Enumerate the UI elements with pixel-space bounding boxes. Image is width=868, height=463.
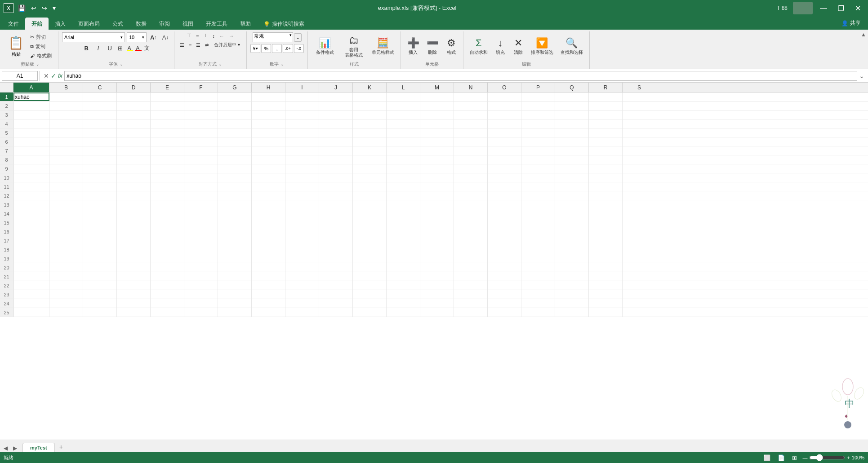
cell-E21[interactable]: [151, 272, 184, 281]
cell-M1[interactable]: [420, 93, 454, 101]
cell-S20[interactable]: [623, 263, 656, 272]
cell-Q4[interactable]: [555, 119, 589, 128]
sheet-scroll-left-button[interactable]: ◀: [2, 444, 9, 452]
cell-K8[interactable]: [353, 155, 387, 164]
cell-G25[interactable]: [218, 308, 252, 317]
fill-color-button[interactable]: A: [125, 44, 133, 52]
cell-K22[interactable]: [353, 281, 387, 290]
cell-I18[interactable]: [285, 245, 319, 254]
cell-J12[interactable]: [319, 191, 353, 200]
user-avatar[interactable]: [793, 2, 813, 14]
row-num-17[interactable]: 17: [0, 236, 13, 245]
cell-A12[interactable]: [13, 191, 49, 200]
cell-E6[interactable]: [151, 137, 184, 146]
cell-D22[interactable]: [117, 281, 151, 290]
cell-L23[interactable]: [387, 290, 420, 299]
cell-J4[interactable]: [319, 119, 353, 128]
cell-A24[interactable]: [13, 299, 49, 308]
cell-G22[interactable]: [218, 281, 252, 290]
cell-K11[interactable]: [353, 182, 387, 191]
cell-B2[interactable]: [49, 101, 83, 110]
cell-H17[interactable]: [252, 236, 285, 245]
cell-C19[interactable]: [83, 254, 117, 263]
underline-button[interactable]: U: [104, 44, 115, 52]
cell-B24[interactable]: [49, 299, 83, 308]
cell-E15[interactable]: [151, 218, 184, 227]
dec-inc-button[interactable]: .0+: [283, 44, 293, 53]
copy-button[interactable]: ⧉ 复制: [27, 42, 54, 51]
cell-O11[interactable]: [488, 182, 521, 191]
cell-L3[interactable]: [387, 110, 420, 119]
col-header-Q[interactable]: Q: [555, 83, 589, 92]
cell-J20[interactable]: [319, 263, 353, 272]
row-num-5[interactable]: 5: [0, 128, 13, 137]
cell-S2[interactable]: [623, 101, 656, 110]
cell-C18[interactable]: [83, 245, 117, 254]
cell-G5[interactable]: [218, 128, 252, 137]
cell-A20[interactable]: [13, 263, 49, 272]
customize-qat-button[interactable]: ▾: [51, 4, 58, 13]
cell-M4[interactable]: [420, 119, 454, 128]
cell-O23[interactable]: [488, 290, 521, 299]
cell-E19[interactable]: [151, 254, 184, 263]
formula-input[interactable]: [64, 71, 857, 81]
cell-R13[interactable]: [589, 200, 623, 209]
cell-G23[interactable]: [218, 290, 252, 299]
cell-J25[interactable]: [319, 308, 353, 317]
cell-C13[interactable]: [83, 200, 117, 209]
cell-K9[interactable]: [353, 164, 387, 173]
cell-H21[interactable]: [252, 272, 285, 281]
cell-H24[interactable]: [252, 299, 285, 308]
col-header-J[interactable]: J: [319, 83, 353, 92]
cell-R14[interactable]: [589, 209, 623, 218]
cell-B13[interactable]: [49, 200, 83, 209]
row-num-9[interactable]: 9: [0, 164, 13, 173]
tab-search[interactable]: 💡 操作说明搜索: [257, 18, 311, 30]
cell-Q18[interactable]: [555, 245, 589, 254]
cell-P20[interactable]: [521, 263, 555, 272]
cell-P15[interactable]: [521, 218, 555, 227]
cell-E7[interactable]: [151, 146, 184, 155]
cell-F25[interactable]: [184, 308, 218, 317]
cell-L2[interactable]: [387, 101, 420, 110]
cell-O20[interactable]: [488, 263, 521, 272]
cell-F14[interactable]: [184, 209, 218, 218]
cell-D11[interactable]: [117, 182, 151, 191]
close-button[interactable]: ✕: [851, 2, 864, 14]
cell-C9[interactable]: [83, 164, 117, 173]
cell-G16[interactable]: [218, 227, 252, 236]
cell-K23[interactable]: [353, 290, 387, 299]
cell-O14[interactable]: [488, 209, 521, 218]
cell-R15[interactable]: [589, 218, 623, 227]
cell-Q8[interactable]: [555, 155, 589, 164]
cell-G9[interactable]: [218, 164, 252, 173]
cell-G4[interactable]: [218, 119, 252, 128]
cell-M7[interactable]: [420, 146, 454, 155]
cell-I4[interactable]: [285, 119, 319, 128]
cell-M23[interactable]: [420, 290, 454, 299]
cell-K3[interactable]: [353, 110, 387, 119]
cell-N5[interactable]: [454, 128, 488, 137]
cell-K14[interactable]: [353, 209, 387, 218]
cell-E20[interactable]: [151, 263, 184, 272]
cell-P25[interactable]: [521, 308, 555, 317]
cell-P3[interactable]: [521, 110, 555, 119]
tab-home[interactable]: 开始: [25, 18, 49, 30]
cut-button[interactable]: ✂ 剪切: [27, 32, 54, 41]
cell-P23[interactable]: [521, 290, 555, 299]
cell-R18[interactable]: [589, 245, 623, 254]
alignment-expand-icon[interactable]: ⌄: [218, 62, 222, 66]
cell-F15[interactable]: [184, 218, 218, 227]
row-num-13[interactable]: 13: [0, 200, 13, 209]
cell-M25[interactable]: [420, 308, 454, 317]
cell-R19[interactable]: [589, 254, 623, 263]
cell-C12[interactable]: [83, 191, 117, 200]
cell-Q11[interactable]: [555, 182, 589, 191]
sheet-scroll-right-button[interactable]: ▶: [11, 444, 19, 452]
cell-F9[interactable]: [184, 164, 218, 173]
cell-H13[interactable]: [252, 200, 285, 209]
cell-B6[interactable]: [49, 137, 83, 146]
col-header-P[interactable]: P: [521, 83, 555, 92]
cell-I2[interactable]: [285, 101, 319, 110]
cancel-formula-button[interactable]: ✕: [44, 72, 49, 79]
